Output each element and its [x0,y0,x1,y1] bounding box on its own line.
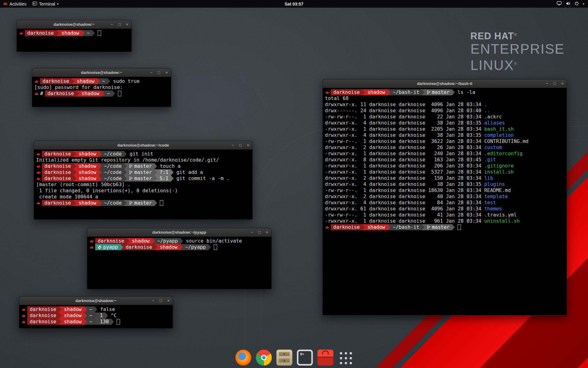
prompt-segment-user: darknoise [40,78,72,84]
terminal-body[interactable]: darknoiseshadow~/bash-itmasterls -latota… [323,88,567,315]
segment-arrow [154,169,157,175]
minimize-button[interactable]: − [250,230,254,235]
prompt-segment-path: ~/pyapp [183,244,208,250]
prompt-line: darknoiseshadow~/codemastertouch a [36,163,250,169]
titlebar[interactable]: darknoise@shadow:~/bash-it − □ × [323,79,567,88]
redhat-prompt-icon [21,319,27,325]
minimize-button[interactable]: − [545,82,549,86]
segment-arrow [452,224,455,230]
minimize-button[interactable]: − [151,299,155,303]
prompt-segment-user: darknoise [27,312,59,319]
branch-icon [427,90,430,94]
segment-arrow [154,175,157,182]
prompt-line: #darknoiseshadow~ [34,90,169,97]
maximize-button[interactable]: □ [117,22,122,27]
close-button[interactable]: × [164,71,169,75]
close-button[interactable]: × [560,82,564,86]
prompt-line: darknoiseshadow~/pyappsource bin/activat… [89,238,269,244]
root-indicator: # [40,90,45,97]
prompt-segment-git: master [424,224,452,230]
command-text: touch a [157,163,180,169]
maximize-button[interactable]: □ [157,71,161,75]
maximize-button[interactable]: □ [257,230,262,235]
prompt-line: darknoiseshadow~/codegit init [36,151,250,157]
close-button[interactable]: × [246,143,250,148]
terminal-cursor [458,224,461,230]
registered-mark: ® [514,33,517,37]
maximize-button[interactable]: □ [159,299,163,303]
maximize-button[interactable]: □ [552,82,557,86]
files-icon[interactable] [277,350,292,366]
file-name: CONTRIBUTING.md [484,138,529,144]
titlebar[interactable]: darknoise@shadow:~ − □ × [32,68,171,77]
toolbox-icon[interactable] [318,350,334,366]
system-status-area[interactable]: ▾ [557,0,588,8]
firefox-icon[interactable] [236,350,251,366]
terminal-window-sudo[interactable]: darknoise@shadow:~ − □ × darknoiseshadow… [32,68,171,107]
file-name: . [484,102,487,107]
prompt-segment-host: shadow [365,224,388,230]
segment-arrow [92,30,95,36]
ls-row: -rwxrwxr-x. 1 darknoise darknoise 2205 J… [325,126,564,132]
terminal-window-home-2[interactable]: darknoise@shadow:~ − □ × darknoiseshadow… [19,296,173,328]
terminal-body[interactable]: darknoiseshadow~sudo true[sudo] password… [32,77,171,107]
chrome-icon[interactable] [256,350,272,366]
app-menu-terminal[interactable]: Terminal ▾ [29,0,62,8]
terminal-icon[interactable] [297,350,313,366]
close-button[interactable]: × [265,230,269,235]
file-name: test [484,200,496,205]
app-menu-label: Terminal [39,2,55,6]
minimize-button[interactable]: − [110,22,114,27]
terminal-window-bash-it[interactable]: darknoise@shadow:~/bash-it − □ × darknoi… [322,79,567,315]
segment-arrow [105,312,108,319]
file-name: README.md [484,187,511,193]
file-name: completion [484,132,514,138]
output-line: [master (root-commit) 50bcb63] . [36,182,250,188]
titlebar[interactable]: darknoise@shadow:~ − □ × [17,20,131,29]
prompt-line: darknoiseshadow~false [21,306,171,312]
branch-icon [129,176,133,181]
minimize-button[interactable]: − [231,143,235,148]
prompt-line: pyappdarknoiseshadow~/pyapp [89,244,269,250]
ls-row: drwx------. 24 darknoise darknoise 4096 … [325,108,564,114]
terminal-body[interactable]: darknoiseshadow~/pyappsource bin/activat… [87,237,271,289]
prompt-segment-host: shadow [76,175,99,182]
prompt-segment-path: ~ [104,90,112,97]
close-button[interactable]: × [166,299,171,303]
prompt-line: darknoiseshadow~ [19,30,129,36]
dock [236,350,353,366]
terminal-cursor [160,200,163,206]
file-name: .travis.yml [484,212,517,218]
maximize-button[interactable]: □ [238,143,243,148]
file-name: .git [484,157,496,163]
terminal-window-code[interactable]: darknoise@shadow:~/code − □ × darknoises… [34,141,253,220]
branch-icon [129,201,133,205]
segment-arrow [95,306,97,312]
redhat-logo-icon [3,1,8,7]
titlebar[interactable]: darknoise@shadow:~/code − □ × [34,141,252,150]
prompt-line: darknoiseshadow~130 [21,319,171,325]
redhat-prompt-icon [34,90,40,97]
titlebar[interactable]: darknoise@shadow:~/pyapp − □ × [87,228,271,237]
prompt-segment-git: master [127,175,154,182]
segment-arrow [84,319,87,325]
titlebar[interactable]: darknoise@shadow:~ − □ × [19,297,173,305]
terminal-body[interactable]: darknoiseshadow~falsedarknoiseshadow~1^C… [19,305,173,328]
ls-row: drwxrwxr-x. 4 darknoise darknoise 84 Jan… [325,200,564,206]
terminal-body[interactable]: darknoiseshadow~/codegit initInitialized… [34,150,252,219]
prompt-segment-path: ~ [87,312,95,319]
segment-arrow [76,90,79,97]
file-name: custom [484,144,502,150]
clock[interactable]: Sat 03:57 [281,0,306,8]
terminal-window-pyapp[interactable]: darknoise@shadow:~/pyapp − □ × darknoise… [87,228,272,289]
prompt-segment-host: shadow [76,163,99,169]
output-line: create mode 100644 a [36,194,250,200]
terminal-body[interactable]: darknoiseshadow~ [17,29,131,52]
output-line: Initialized empty Git repository in /hom… [36,157,250,163]
close-button[interactable]: × [125,22,129,27]
apps-icon[interactable] [338,350,353,365]
minimize-button[interactable]: − [149,71,153,75]
segment-arrow [99,200,102,206]
terminal-window-home-1[interactable]: darknoise@shadow:~ − □ × darknoiseshadow… [17,20,132,52]
activities-button[interactable]: Activities [0,0,29,8]
